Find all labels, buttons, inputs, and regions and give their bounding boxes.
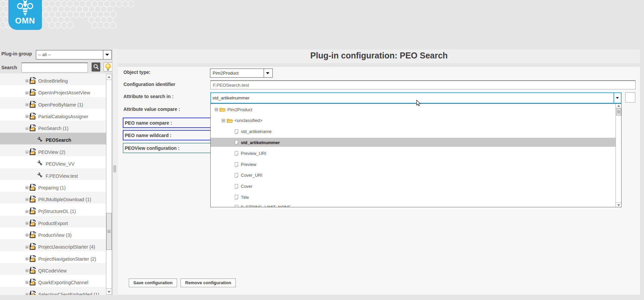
- svg-text:OMN: OMN: [15, 16, 35, 25]
